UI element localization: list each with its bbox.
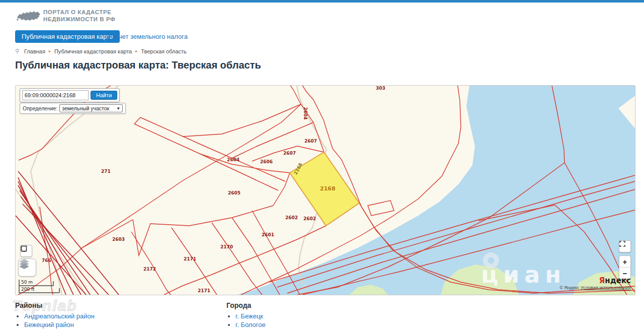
map-attribution: © Яндекс Условия использования [559, 285, 631, 290]
site-logo-text: ПОРТАЛ О КАДАСТРЕ НЕДВИЖИМОСТИ В РФ [43, 9, 115, 23]
list-item: Андреапольский район [24, 312, 95, 321]
cities-heading: Города [226, 301, 293, 309]
parcel-label-2606: 2606 [260, 159, 273, 164]
location-pin-icon: ⚲ [15, 48, 19, 54]
footer-link[interactable]: г. Бежецк [235, 312, 263, 320]
page: { "header": { "logo_line1": "ПОРТАЛ О КА… [0, 0, 644, 329]
cities-list: г. Бежецкг. Бологоег. Вышний Волочёк [235, 312, 293, 329]
parcel-label-2602: 2602 [303, 216, 316, 221]
parcel-label-2607: 2607 [283, 151, 296, 156]
scale-bar: 50 m 200 ft [18, 279, 66, 294]
object-type-select[interactable]: земельный участок ▼ [59, 104, 123, 112]
breadcrumb: ⚲ Главная ▸ Публичная кадастровая карта … [15, 48, 187, 54]
districts-list: Андреапольский районБежецкий районБельск… [24, 312, 95, 329]
list-item: г. Бежецк [235, 312, 293, 321]
parcel-label-2171: 2171 [198, 288, 210, 293]
copyright-text: © Яндекс [559, 285, 579, 290]
parcel-label-2601: 2601 [262, 232, 274, 237]
parcel-label-2604: 2604 [303, 107, 308, 119]
parcel-label-2172: 2172 [143, 267, 156, 272]
breadcrumb-map[interactable]: Публичная кадастровая карта [54, 48, 132, 54]
search-button[interactable]: Найти [91, 91, 117, 100]
terms-of-use-link[interactable]: Условия использования [581, 285, 631, 290]
chevron-down-icon: ▼ [116, 106, 120, 111]
map-filter-panel: Определение: земельный участок ▼ [20, 103, 126, 114]
footer-link[interactable]: Андреапольский район [24, 312, 95, 320]
logo-russia-map-icon [17, 7, 41, 25]
districts-heading: Районы [15, 301, 95, 309]
parcel-label-2604: 2604 [227, 157, 239, 162]
layers-icon [19, 259, 30, 269]
logo-line-2: НЕДВИЖИМОСТИ В РФ [43, 16, 115, 23]
parcel-label-2170: 2170 [220, 244, 233, 249]
cian-watermark-partial: циан [343, 286, 428, 295]
parcel-label-766: 766 [42, 258, 51, 263]
map-search-panel: Найти [20, 88, 120, 102]
footer-link[interactable]: г. Бологое [235, 321, 266, 328]
scale-metric-label: 50 m [21, 280, 33, 285]
layers-button[interactable] [18, 258, 36, 277]
page-title: Публичная кадастровая карта: Тверская об… [15, 59, 261, 71]
yandex-logo-ya: Я [599, 276, 605, 285]
zoom-in-button[interactable]: + [619, 256, 630, 268]
parcel-label-303: 303 [376, 86, 385, 91]
fullscreen-icon [619, 241, 625, 247]
ruler-icon [21, 245, 27, 252]
breadcrumb-current: Тверская область [141, 48, 187, 54]
footer-districts-column: Районы Андреапольский районБежецкий райо… [15, 301, 95, 329]
parcel-label-2603: 2603 [112, 237, 125, 242]
parcel-label-2607: 2607 [304, 139, 317, 144]
selected-option: земельный участок [62, 105, 109, 111]
fullscreen-button[interactable] [619, 240, 631, 252]
yandex-logo: Яндекс [599, 276, 631, 285]
yandex-logo-rest: ндекс [605, 276, 631, 285]
parcel-label-271: 271 [101, 169, 111, 174]
filter-label: Определение: [23, 105, 57, 111]
ruler-tool-button[interactable] [20, 245, 32, 257]
parcel-label-2605: 2605 [228, 190, 240, 195]
logo-line-1: ПОРТАЛ О КАДАСТРЕ [43, 9, 115, 16]
list-item: Бежецкий район [24, 321, 95, 329]
map-canvas[interactable]: 3032604260726072606260426052712168216826… [15, 85, 635, 295]
tab-public-cadastral-map[interactable]: Публичная кадастровая карта [15, 30, 120, 43]
list-item: г. Бологое [235, 321, 293, 329]
scale-imperial-label: 200 ft [21, 287, 35, 292]
zoom-control: + − [619, 255, 631, 279]
breadcrumb-separator-icon: ▸ [49, 49, 51, 53]
parcel-label-2602: 2602 [285, 215, 298, 220]
parcel-label-2171: 2171 [184, 256, 196, 261]
cian-watermark: циан [481, 261, 566, 288]
top-accent-bar [0, 0, 644, 3]
cadastral-number-input[interactable] [22, 90, 89, 100]
footer-cities-column: Города г. Бежецкг. Бологоег. Вышний Воло… [226, 301, 293, 329]
breadcrumb-home[interactable]: Главная [24, 48, 45, 54]
breadcrumb-separator-icon: ▸ [135, 49, 137, 53]
footer-link[interactable]: Бежецкий район [24, 321, 74, 328]
parcel-label-2168: 2168 [320, 185, 336, 192]
tab-land-tax-calc[interactable]: Расчет земельного налога [108, 33, 188, 40]
